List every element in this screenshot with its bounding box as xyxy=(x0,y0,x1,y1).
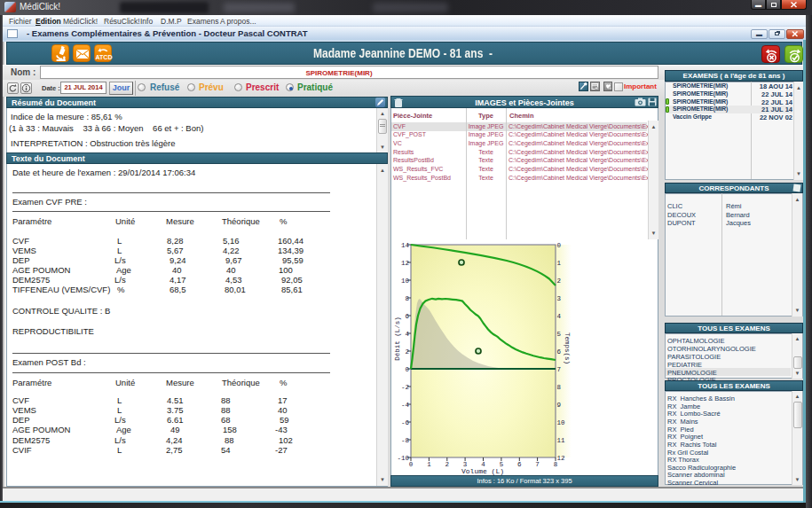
svg-text:Débit (L/s): Débit (L/s) xyxy=(394,317,401,361)
svg-text:-10: -10 xyxy=(397,455,409,462)
svg-text:10: 10 xyxy=(401,277,410,285)
svg-text:-8: -8 xyxy=(401,437,409,444)
svg-text:0: 0 xyxy=(405,366,409,373)
svg-text:11: 11 xyxy=(557,437,566,444)
svg-text:1: 1 xyxy=(427,461,431,468)
svg-text:2: 2 xyxy=(557,277,562,285)
svg-text:12: 12 xyxy=(401,260,409,267)
svg-text:12: 12 xyxy=(557,455,565,462)
svg-text:10: 10 xyxy=(557,419,566,426)
svg-text:14: 14 xyxy=(401,242,410,249)
svg-text:3: 3 xyxy=(557,295,562,302)
svg-text:1: 1 xyxy=(557,260,562,267)
svg-text:Temps(s): Temps(s) xyxy=(564,332,571,364)
svg-text:-6: -6 xyxy=(401,419,410,426)
svg-text:-4: -4 xyxy=(401,402,410,409)
svg-text:0: 0 xyxy=(409,461,414,468)
svg-text:4: 4 xyxy=(405,331,409,338)
svg-text:2: 2 xyxy=(445,461,450,468)
svg-text:8: 8 xyxy=(554,461,558,468)
svg-text:6: 6 xyxy=(517,461,522,468)
svg-text:5: 5 xyxy=(557,331,562,338)
svg-text:7: 7 xyxy=(557,366,562,373)
svg-text:0: 0 xyxy=(557,242,562,249)
svg-text:8: 8 xyxy=(405,295,409,302)
svg-text:6: 6 xyxy=(405,313,409,320)
svg-text:Volume (L): Volume (L) xyxy=(461,467,504,475)
svg-text:2: 2 xyxy=(405,348,409,356)
svg-text:6: 6 xyxy=(557,348,562,356)
svg-text:9: 9 xyxy=(557,402,562,409)
svg-text:4: 4 xyxy=(557,313,562,320)
svg-text:7: 7 xyxy=(535,461,540,468)
svg-text:8: 8 xyxy=(557,384,562,391)
svg-text:-2: -2 xyxy=(401,384,409,391)
